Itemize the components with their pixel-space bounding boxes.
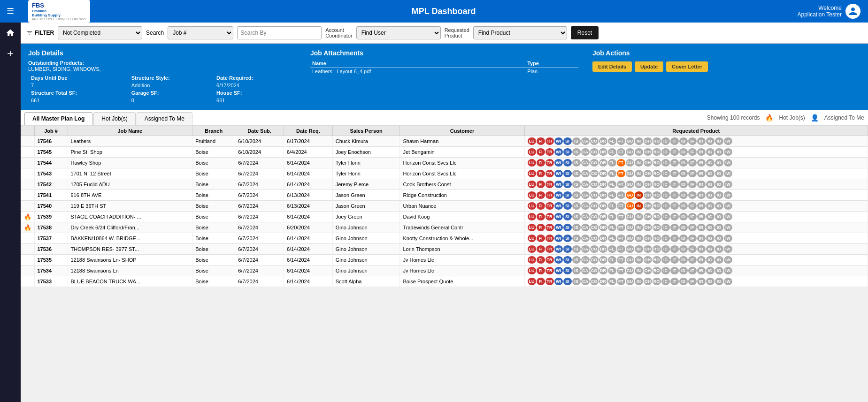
product-badge-ft[interactable]: FT [617,159,625,167]
product-badge-ft[interactable]: FT [617,202,625,210]
product-badge-fl[interactable]: FL [608,256,616,264]
product-badge-ft[interactable]: FT [617,267,625,274]
product-badge-io[interactable]: IO [715,235,723,242]
product-badge-it[interactable]: IT [670,267,679,274]
product-badge-ir[interactable]: IR [697,170,706,177]
product-badge-iw[interactable]: IW [724,148,732,156]
job-name[interactable]: 1705 Euclid ADU [68,179,192,190]
product-badge-lu[interactable]: LU [528,224,536,231]
product-badge-co[interactable]: CO [590,191,599,199]
product-badge-wi[interactable]: WI [554,256,563,264]
product-badge-lu[interactable]: LU [528,202,536,210]
product-badge-si[interactable]: SI [563,245,572,253]
product-badge-lu[interactable]: LU [528,245,536,253]
product-badge-ca[interactable]: CA [581,278,590,285]
product-badge-fi[interactable]: FI [537,202,545,210]
product-badge-tr[interactable]: TR [545,235,554,242]
product-badge-wi[interactable]: WI [554,148,563,156]
product-badge-it[interactable]: IT [670,170,679,177]
update-button[interactable]: Update [635,61,663,72]
job-name[interactable]: 916 8TH AVE [68,190,192,201]
product-badge-co[interactable]: CO [590,267,599,274]
product-badge-ic[interactable]: IC [661,267,670,274]
product-badge-if[interactable]: IF [688,224,697,231]
product-badge-oh[interactable]: OH [644,181,652,188]
search-type-dropdown[interactable]: Job # Job Name Customer Sales Person [168,26,233,39]
job-name[interactable]: Leathers [68,136,192,147]
product-badge-wi[interactable]: WI [554,191,563,199]
product-badge-ft[interactable]: FT [617,278,625,285]
product-badge-ca[interactable]: CA [581,235,590,242]
product-badge-tr[interactable]: TR [545,170,554,177]
product-badge-co[interactable]: CO [590,256,599,264]
product-badge-fi[interactable]: FI [537,170,545,177]
table-row[interactable]: 17546LeathersFruitland6/10/20246/17/2024… [21,136,868,147]
product-badge-tr[interactable]: TR [545,191,554,199]
job-num[interactable]: 17541 [34,190,68,201]
product-badge-is[interactable]: IS [572,278,581,285]
product-badge-lu[interactable]: LU [528,148,536,156]
product-badge-dr[interactable]: DR [599,137,607,145]
product-badge-if[interactable]: IF [688,137,697,145]
col-date-req[interactable]: Date Req. [284,126,332,136]
product-badge-si[interactable]: SI [563,213,572,220]
product-badge-id[interactable]: ID [679,159,688,167]
product-badge-if[interactable]: IF [688,159,697,167]
product-badge-id[interactable]: ID [679,278,688,285]
product-badge-gu[interactable]: GU [626,224,634,231]
product-badge-ca[interactable]: CA [581,137,590,145]
product-badge-dr[interactable]: DR [599,159,607,167]
product-badge-fi[interactable]: FI [537,181,545,188]
job-name[interactable]: Pine St. Shop [68,147,192,158]
product-badge-ic[interactable]: IC [661,137,670,145]
product-badge-if[interactable]: IF [688,267,697,274]
product-badge-si[interactable]: SI [563,235,572,242]
product-badge-tr[interactable]: TR [545,224,554,231]
product-badge-co[interactable]: CO [590,278,599,285]
product-badge-ft[interactable]: FT [617,191,625,199]
product-badge-iw[interactable]: IW [724,170,732,177]
product-badge-wi[interactable]: WI [554,245,563,253]
product-badge-co[interactable]: CO [590,181,599,188]
product-badge-gu[interactable]: GU [626,137,634,145]
product-badge-co[interactable]: CO [590,148,599,156]
job-num[interactable]: 17538 [34,222,68,233]
product-badge-if[interactable]: IF [688,278,697,285]
col-requested-product[interactable]: Requested Product [524,126,868,136]
product-badge-ft[interactable]: FT [617,137,625,145]
product-badge-if[interactable]: IF [688,170,697,177]
product-badge-ic[interactable]: IC [661,148,670,156]
product-badge-dr[interactable]: DR [599,181,607,188]
product-badge-ca[interactable]: CA [581,159,590,167]
product-badge-wi[interactable]: WI [554,224,563,231]
reset-button[interactable]: Reset [571,26,599,39]
product-badge-fi[interactable]: FI [537,245,545,253]
product-badge-tr[interactable]: TR [545,213,554,220]
table-row[interactable]: 17544Hawley ShopBoise6/7/20246/14/2024Ty… [21,158,868,168]
product-badge-iw[interactable]: IW [724,137,732,145]
product-badge-in[interactable]: IN [635,278,643,285]
product-badge-ir[interactable]: IR [697,278,706,285]
find-product-dropdown[interactable]: Find Product [473,26,567,39]
job-name[interactable]: STAGE COACH ADDITION- ... [68,212,192,222]
product-badge-oh[interactable]: OH [644,224,652,231]
product-badge-co[interactable]: CO [590,235,599,242]
product-badge-fl[interactable]: FL [608,181,616,188]
product-badge-si[interactable]: SI [563,256,572,264]
product-badge-iw[interactable]: IW [724,159,732,167]
job-num[interactable]: 17534 [34,265,68,276]
product-badge-io[interactable]: IO [715,137,723,145]
product-badge-ig[interactable]: IG [706,256,714,264]
product-badge-iw[interactable]: IW [724,256,732,264]
product-badge-ca[interactable]: CA [581,245,590,253]
product-badge-ig[interactable]: IG [706,202,714,210]
product-badge-fi[interactable]: FI [537,213,545,220]
product-badge-wi[interactable]: WI [554,202,563,210]
product-badge-ig[interactable]: IG [706,159,714,167]
col-job-name[interactable]: Job Name [68,126,192,136]
product-badge-tr[interactable]: TR [545,245,554,253]
product-badge-oh[interactable]: OH [644,170,652,177]
product-badge-it[interactable]: IT [670,256,679,264]
col-date-sub[interactable]: Date Sub. [235,126,284,136]
product-badge-ir[interactable]: IR [697,148,706,156]
